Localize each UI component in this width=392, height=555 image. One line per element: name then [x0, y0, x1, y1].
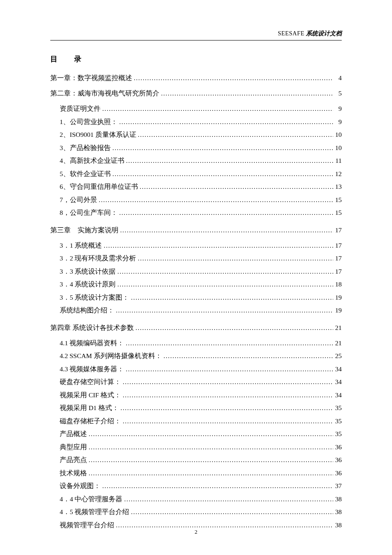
toc-row: 磁盘存储柜子介绍：35	[60, 415, 342, 428]
toc-row: 第二章：威海市海视电气研究所简介5	[50, 89, 342, 98]
toc-entry-label: 3．1 系统概述	[60, 239, 102, 252]
toc-entry: 产品概述35	[50, 428, 342, 441]
toc-entry-label: 典型应用	[60, 441, 87, 454]
toc-row: 3．1 系统概述17	[60, 239, 342, 252]
toc-row: 4.1 视频编码器资料：21	[60, 337, 342, 350]
toc-entry-label: 技术规格	[60, 467, 87, 480]
toc-row: 硬盘存储空间计算：34	[60, 376, 342, 389]
toc-leader-dots	[122, 493, 333, 506]
toc-entry: 4.3 视频媒体服务器：34	[50, 363, 342, 376]
toc-entry-page: 17	[333, 252, 342, 265]
toc-entry: 2、ISO9001 质量体系认证10	[50, 128, 342, 142]
toc-entry-label: 系统结构图介绍：	[60, 304, 114, 317]
running-header: SEESAFE 系统设计文档	[50, 30, 342, 40]
toc-entry-label: 4．4 中心管理服务器	[60, 493, 122, 506]
toc-entry: 3、产品检验报告10	[50, 142, 342, 155]
toc-entry-label: 3、产品检验报告	[60, 142, 111, 155]
toc-leader-dots	[115, 278, 333, 291]
toc-entry-page: 35	[333, 402, 342, 415]
toc-entry: 第一章：数字视频监控概述4	[50, 73, 342, 83]
toc-entry-page: 34	[333, 389, 342, 402]
toc-leader-dots	[162, 350, 333, 363]
toc-leader-dots	[121, 389, 333, 402]
toc-leader-dots	[159, 89, 333, 98]
toc-entry-page: 35	[333, 415, 342, 428]
toc-entry-page: 19	[333, 291, 342, 304]
toc-row: 7，公司外景15	[60, 194, 342, 207]
toc-row: 4.3 视频媒体服务器：34	[60, 363, 342, 376]
toc-leader-dots	[111, 142, 333, 155]
toc-row: 设备外观图：37	[60, 480, 342, 493]
toc-entry: 3．2 现有环境及需求分析17	[50, 252, 342, 265]
toc-row: 技术规格36	[60, 467, 342, 480]
toc-entry-page: 12	[333, 168, 342, 181]
toc-entry: 1、公司营业执照：9	[50, 116, 342, 129]
toc-entry-page: 21	[333, 337, 342, 350]
toc-leader-dots	[115, 265, 333, 278]
toc-entry: 资质证明文件9	[50, 102, 342, 116]
toc-entry: 4、高新技术企业证书11	[50, 154, 342, 168]
toc-entry-label: 第三章 实施方案说明	[50, 225, 118, 235]
toc-entry: 硬盘存储空间计算：34	[50, 376, 342, 389]
toc-row: 4.2 SSCAM 系列网络摄像机资料：25	[60, 350, 342, 363]
toc-entry-page: 34	[333, 376, 342, 389]
document-page: SEESAFE 系统设计文档 目录 第一章：数字视频监控概述4第二章：威海市海视…	[0, 0, 392, 555]
toc-entry-page: 9	[333, 116, 342, 129]
toc-entry-label: 第二章：威海市海视电气研究所简介	[50, 89, 159, 98]
toc-entry-page: 4	[333, 73, 342, 83]
toc-entry-page: 35	[333, 428, 342, 441]
toc-row: 3．5 系统设计方案图：19	[60, 291, 342, 304]
toc-entry-page: 37	[333, 480, 342, 493]
toc-entry-page: 19	[333, 304, 342, 317]
toc-leader-dots	[134, 323, 333, 332]
toc-entry-page: 38	[333, 506, 342, 519]
toc-entry: 技术规格36	[50, 467, 342, 480]
toc-row: 典型应用36	[60, 441, 342, 454]
toc-leader-dots	[136, 128, 333, 142]
toc-row: 资质证明文件9	[60, 102, 342, 116]
toc-leader-dots	[129, 291, 333, 304]
toc-entry: 4.1 视频编码器资料：21	[50, 337, 342, 350]
toc-entry-label: 视频采用 CIF 格式：	[60, 389, 121, 402]
toc-entry-label: 3．2 现有环境及需求分析	[60, 252, 136, 265]
toc-entry-label: 磁盘存储柜子介绍：	[60, 415, 121, 428]
header-brand: SEESAFE	[278, 30, 305, 37]
toc-leader-dots	[118, 206, 333, 220]
toc-entry-page: 36	[333, 454, 342, 467]
toc-row: 3．3 系统设计依据17	[60, 265, 342, 278]
toc-entry-label: 第四章 系统设计各技术参数	[50, 323, 134, 332]
toc-row: 1、公司营业执照：9	[60, 116, 342, 129]
toc-row: 5、软件企业证书12	[60, 168, 342, 181]
toc-leader-dots	[129, 506, 333, 519]
toc-row: 第三章 实施方案说明17	[50, 225, 342, 235]
toc-entry-label: 7，公司外景	[60, 194, 97, 207]
toc-entry-label: 产品概述	[60, 428, 87, 441]
toc-entry-page: 9	[333, 102, 342, 116]
toc-leader-dots	[138, 180, 333, 194]
toc-entry-label: 4、高新技术企业证书	[60, 154, 124, 168]
toc-row: 视频采用 CIF 格式：34	[60, 389, 342, 402]
toc-entry-page: 15	[333, 194, 342, 207]
header-doc-title: 系统设计文档	[305, 30, 342, 37]
toc-heading: 目录	[50, 54, 342, 64]
toc-leader-dots	[118, 225, 333, 235]
toc-row: 第一章：数字视频监控概述4	[50, 73, 342, 83]
toc-leader-dots	[114, 304, 333, 317]
toc-entry-page: 11	[333, 154, 342, 168]
toc-row: 8，公司生产车间：15	[60, 206, 342, 220]
toc-row: 系统结构图介绍：19	[60, 304, 342, 317]
toc-entry-label: 硬盘存储空间计算：	[60, 376, 121, 389]
toc-entry-page: 25	[333, 350, 342, 363]
toc-entry-page: 34	[333, 363, 342, 376]
toc-entry-page: 38	[333, 493, 342, 506]
toc-row: 产品概述35	[60, 428, 342, 441]
table-of-contents: 第一章：数字视频监控概述4第二章：威海市海视电气研究所简介5资质证明文件91、公…	[50, 73, 342, 532]
toc-entry-label: 2、ISO9001 质量体系认证	[60, 128, 136, 142]
toc-entry-label: 8，公司生产车间：	[60, 206, 118, 220]
toc-entry-label: 4.2 SSCAM 系列网络摄像机资料：	[60, 350, 162, 363]
toc-entry: 3．5 系统设计方案图：19	[50, 291, 342, 304]
toc-entry-label: 设备外观图：	[60, 480, 101, 493]
toc-leader-dots	[119, 402, 333, 415]
toc-leader-dots	[136, 252, 333, 265]
toc-entry-label: 4.1 视频编码器资料：	[60, 337, 124, 350]
